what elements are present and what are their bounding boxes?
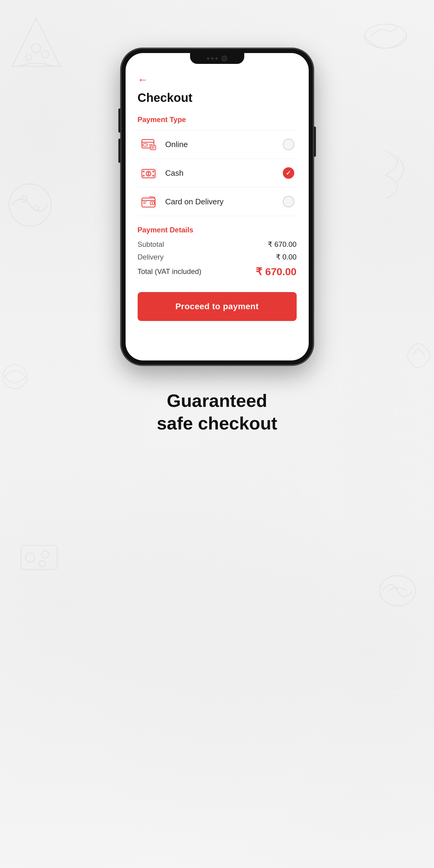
cash-radio[interactable] (283, 167, 294, 179)
total-label: Total (VAT included) (138, 267, 201, 276)
online-payment-icon (140, 137, 158, 152)
phone-notch (190, 53, 244, 64)
svg-rect-2 (143, 144, 147, 146)
notch-dot-3 (215, 57, 218, 60)
notch-dot-1 (207, 57, 209, 60)
total-value: ₹ 670.00 (256, 266, 296, 278)
total-row: Total (VAT included) ₹ 670.00 (138, 266, 297, 278)
notch-dot-2 (211, 57, 213, 60)
svg-point-14 (143, 175, 144, 176)
subtotal-value: ₹ 670.00 (268, 240, 296, 249)
app-content: ← Checkout Payment Type (126, 56, 309, 333)
cash-icon (140, 165, 158, 181)
payment-option-cash[interactable]: Cash (138, 159, 297, 187)
svg-point-33 (379, 576, 415, 606)
payment-option-card-delivery[interactable]: Card on Delivery (138, 187, 297, 216)
back-button[interactable]: ← (138, 74, 297, 85)
svg-point-27 (21, 196, 27, 202)
online-radio[interactable] (283, 138, 294, 150)
svg-point-31 (41, 551, 49, 558)
card-delivery-icon (140, 194, 158, 209)
svg-point-13 (143, 171, 144, 172)
payment-type-heading: Payment Type (138, 116, 297, 124)
footer-heading: Guaranteed safe checkout (157, 390, 277, 435)
payment-option-online[interactable]: Online (138, 130, 297, 159)
svg-point-25 (364, 24, 407, 48)
payment-details-section: Payment Details Subtotal ₹ 670.00 Delive… (138, 226, 297, 278)
footer-text: Guaranteed safe checkout (157, 390, 277, 435)
svg-point-34 (3, 365, 27, 389)
svg-point-30 (26, 553, 35, 562)
svg-point-15 (153, 171, 154, 172)
card-delivery-label: Card on Delivery (165, 197, 283, 207)
payment-type-section: Payment Type (138, 116, 297, 216)
svg-point-24 (41, 51, 49, 58)
svg-point-19 (152, 203, 153, 204)
svg-rect-29 (21, 546, 57, 569)
svg-point-32 (39, 561, 45, 567)
page-container: ← Checkout Payment Type (121, 48, 313, 435)
svg-point-22 (32, 44, 41, 53)
phone-screen: ← Checkout Payment Type (126, 53, 309, 361)
delivery-row: Delivery ₹ 0.00 (138, 253, 297, 261)
subtotal-label: Subtotal (138, 240, 164, 249)
subtotal-row: Subtotal ₹ 670.00 (138, 240, 297, 249)
svg-point-26 (9, 184, 51, 226)
phone-frame: ← Checkout Payment Type (121, 48, 313, 365)
svg-rect-5 (150, 146, 156, 150)
card-delivery-radio[interactable] (283, 196, 294, 207)
online-label: Online (165, 140, 283, 149)
svg-point-16 (153, 175, 154, 176)
page-title: Checkout (138, 91, 297, 104)
cash-label: Cash (165, 168, 283, 178)
notch-dots (207, 57, 218, 60)
svg-rect-17 (142, 198, 155, 207)
delivery-label: Delivery (138, 253, 164, 261)
back-arrow-icon: ← (138, 73, 148, 86)
delivery-value: ₹ 0.00 (276, 253, 296, 261)
proceed-to-payment-button[interactable]: Proceed to payment (138, 292, 297, 321)
svg-point-23 (26, 54, 32, 60)
payment-options-list: Online (138, 130, 297, 216)
front-camera (221, 56, 227, 61)
svg-point-28 (34, 206, 38, 210)
payment-details-heading: Payment Details (138, 226, 297, 234)
